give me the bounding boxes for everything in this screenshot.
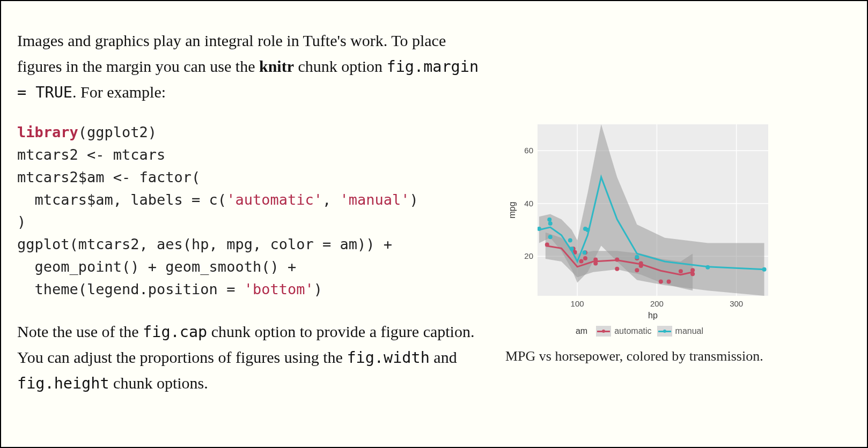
svg-point-16: [545, 242, 549, 247]
legend-key-manual: manual: [657, 326, 703, 337]
svg-point-29: [639, 261, 643, 265]
svg-point-46: [762, 267, 767, 272]
svg-text:100: 100: [571, 299, 584, 308]
svg-text:hp: hp: [648, 311, 658, 320]
code-line: ggplot(mtcars2, aes(hp, mpg, color = am)…: [17, 236, 392, 252]
code-text: mtcars$am, labels = c(: [17, 191, 226, 208]
svg-point-19: [579, 259, 584, 264]
svg-point-37: [548, 221, 553, 226]
inline-code-fig-width: fig.width: [347, 349, 429, 367]
text: chunk options.: [109, 374, 208, 392]
svg-point-45: [705, 265, 710, 270]
code-line: geom_point() + geom_smooth() +: [17, 258, 296, 275]
legend-swatch-automatic: [596, 326, 611, 337]
margin-column: 204060100200300hpmpg am automatic manual…: [505, 12, 851, 447]
legend-key-automatic: automatic: [596, 326, 651, 337]
text: Note the use of the: [17, 323, 143, 340]
code-line: mtcars2 <- mtcars: [17, 146, 165, 163]
legend-label: automatic: [614, 326, 651, 336]
svg-text:20: 20: [524, 251, 533, 260]
svg-text:200: 200: [650, 299, 664, 308]
intro-paragraph: Images and graphics play an integral rol…: [17, 28, 484, 105]
chart-svg: 204060100200300hpmpg: [505, 119, 774, 323]
svg-point-21: [583, 256, 587, 260]
svg-point-23: [593, 261, 598, 265]
main-column: Images and graphics play an integral rol…: [17, 12, 484, 447]
svg-point-33: [690, 272, 695, 276]
svg-point-43: [585, 228, 590, 232]
svg-point-44: [635, 255, 639, 259]
svg-point-25: [615, 258, 619, 262]
legend-swatch-manual: [657, 326, 672, 337]
knitr-bold: knitr: [259, 57, 294, 75]
svg-point-40: [570, 247, 574, 251]
svg-point-39: [568, 238, 572, 243]
svg-text:mpg: mpg: [507, 201, 517, 218]
inline-code-fig-height: fig.height: [17, 375, 109, 392]
svg-point-38: [548, 235, 553, 239]
code-text: theme(legend.position =: [17, 281, 244, 297]
svg-point-30: [659, 279, 663, 283]
code-block: library(ggplot2) mtcars2 <- mtcars mtcar…: [17, 121, 484, 301]
text: and: [430, 348, 457, 366]
svg-text:60: 60: [524, 146, 533, 155]
svg-point-24: [615, 267, 619, 271]
code-string: 'automatic': [226, 191, 322, 208]
code-text: ): [314, 281, 322, 297]
svg-point-27: [635, 268, 639, 272]
inline-code-fig-cap: fig.cap: [143, 323, 207, 341]
code-text: (ggplot2): [78, 124, 157, 140]
legend-title: am: [576, 326, 587, 336]
svg-point-32: [679, 269, 683, 273]
svg-point-31: [667, 279, 671, 283]
code-string: 'manual': [340, 191, 409, 208]
svg-text:40: 40: [524, 199, 533, 208]
chart-legend: am automatic manual: [505, 326, 774, 337]
legend-label: manual: [675, 326, 703, 336]
svg-point-34: [690, 268, 695, 272]
margin-figure: 204060100200300hpmpg am automatic manual: [505, 119, 774, 337]
code-text: ,: [322, 191, 340, 208]
code-text: ): [410, 191, 418, 208]
svg-point-22: [593, 258, 598, 262]
code-string: 'bottom': [244, 281, 314, 297]
figure-caption: MPG vs horsepower, colored by transmissi…: [505, 346, 851, 367]
svg-point-36: [547, 218, 551, 222]
svg-text:300: 300: [730, 299, 743, 308]
svg-point-41: [582, 250, 586, 255]
code-line: ): [17, 213, 26, 230]
code-keyword: library: [17, 124, 78, 140]
note-paragraph: Note the use of the fig.cap chunk option…: [17, 319, 484, 396]
text: . For example:: [72, 83, 166, 101]
svg-point-35: [537, 227, 541, 231]
code-line: mtcars2$am <- factor(: [17, 169, 200, 185]
text: chunk option: [294, 57, 387, 75]
